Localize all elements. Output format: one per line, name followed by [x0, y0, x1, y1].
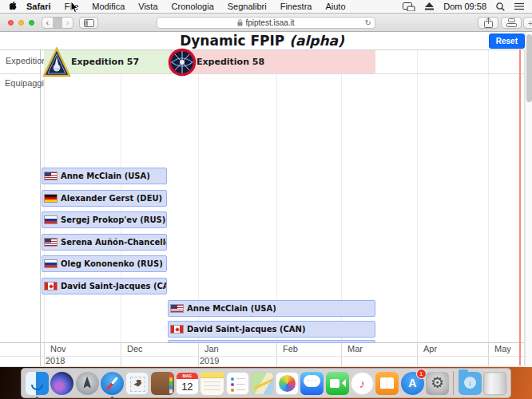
calendar-icon: MAG12 — [176, 372, 199, 395]
dock-icon-finder[interactable] — [26, 372, 49, 395]
menu-item-cronologia[interactable]: Cronologia — [172, 2, 214, 11]
dock-icon-appstore[interactable]: A1 — [401, 372, 424, 395]
close-window-button[interactable] — [8, 20, 14, 26]
crew-label: Anne McClain (USA) — [61, 172, 150, 180]
dock-icon-sysprefs[interactable]: ⚙ — [426, 372, 449, 395]
dock-icon-contacts[interactable] — [151, 372, 174, 395]
expedition-bar[interactable]: Expedition 58 — [169, 50, 375, 73]
menu-item-finestra[interactable]: Finestra — [280, 2, 312, 11]
axis-year-label: 2018 — [46, 356, 65, 365]
grid-vline — [44, 342, 45, 366]
dock-icon-siri[interactable] — [50, 372, 73, 395]
dock-icon-downloads[interactable] — [459, 372, 482, 395]
dock-icon-photos[interactable] — [276, 372, 299, 395]
dock-icon-maps[interactable] — [251, 372, 274, 395]
menu-item-segnalibri[interactable]: Segnalibri — [228, 2, 267, 11]
grid-vline — [488, 342, 489, 366]
dock-icon-reminders[interactable] — [226, 372, 249, 395]
reload-icon[interactable]: ↻ — [365, 18, 371, 27]
menu-clock[interactable]: Dom 09:58 — [443, 2, 486, 11]
dock-icon-trash[interactable] — [483, 372, 506, 395]
dock-icon-itunes[interactable]: ♪ — [351, 372, 374, 395]
spotlight-icon[interactable] — [496, 2, 505, 11]
url-text: fpiptest.isaa.it — [245, 18, 294, 27]
axis-month-label: Jan — [204, 344, 219, 354]
menu-item-vista[interactable]: Vista — [138, 2, 157, 11]
dock-separator — [453, 371, 454, 395]
crew-item[interactable]: Anne McClain (USA) — [42, 168, 167, 184]
grid-vline — [198, 49, 199, 342]
crew-item[interactable]: David Saint-Jacques (CAN) — [42, 278, 167, 294]
browser-viewport: Dynamic FPIP (alpha) Reset ExpeditionEqu… — [0, 32, 532, 367]
crew-item[interactable] — [168, 340, 375, 343]
dock-icon-calendar[interactable]: MAG12 — [176, 372, 199, 395]
scrollbar-thumb[interactable] — [526, 34, 532, 102]
grid-vline — [341, 49, 342, 342]
dock-icon-launchpad[interactable] — [76, 372, 99, 395]
crew-label: Oleg Kononenko (RUS) — [61, 259, 163, 268]
divider — [53, 18, 63, 28]
axis-month-label: May — [494, 344, 511, 354]
dock-icon-notes[interactable] — [200, 372, 224, 395]
crew-label: David Saint-Jacques (CAN) — [61, 282, 167, 290]
grid-vline — [276, 342, 277, 366]
de-flag-icon — [44, 194, 58, 203]
notification-center-icon[interactable] — [514, 2, 524, 10]
macos-menu-bar: SafariFileModificaVistaCronologiaSegnali… — [0, 0, 532, 14]
siri-icon — [50, 372, 73, 395]
share-button[interactable] — [478, 17, 498, 29]
menu-item-aiuto[interactable]: Aiuto — [325, 2, 345, 11]
crew-item[interactable]: Alexander Gerst (DEU) — [42, 190, 167, 207]
crew-label: Anne McClain (USA) — [187, 304, 276, 313]
grid-vline — [121, 342, 121, 366]
new-tab-button[interactable]: + — [523, 17, 532, 29]
sidebar-button[interactable] — [79, 17, 98, 29]
timeline-chart: ExpeditionEquipaggi Expedition 57 Expedi… — [0, 32, 524, 367]
photos-icon — [276, 372, 299, 395]
crew-item[interactable]: Oleg Kononenko (RUS) — [42, 255, 167, 272]
page-scrollbar[interactable] — [525, 32, 532, 367]
ru-flag-icon — [44, 259, 58, 268]
grid-vline — [40, 49, 41, 366]
dock-icon-messages[interactable] — [300, 372, 324, 395]
row-label-equipaggi: Equipaggi — [5, 78, 44, 88]
grid-hline — [0, 356, 524, 357]
address-bar[interactable]: fpiptest.isaa.it ↻ — [157, 17, 375, 29]
axis-month-label: Apr — [423, 344, 437, 354]
facetime-icon — [326, 372, 349, 395]
crew-label: David Saint-Jacques (CAN) — [187, 325, 306, 334]
dock-icon-safari[interactable] — [101, 372, 124, 395]
expedition-bar[interactable]: Expedition 57 — [44, 50, 169, 73]
downloads-icon — [459, 372, 482, 395]
mouse-cursor — [70, 1, 79, 14]
forward-button[interactable]: › — [62, 18, 73, 28]
lock-icon — [237, 19, 243, 26]
dock-icon-mail[interactable] — [125, 372, 149, 395]
screen: SafariFileModificaVistaCronologiaSegnali… — [0, 0, 532, 399]
apple-menu-icon[interactable] — [10, 2, 18, 12]
notification-badge: 1 — [416, 369, 427, 379]
menu-item-safari[interactable]: Safari — [26, 2, 51, 11]
display-mirroring-icon[interactable] — [403, 2, 415, 11]
crew-item[interactable]: Sergej Prokop'ev (RUS) — [42, 211, 167, 228]
crew-item[interactable]: Anne McClain (USA) — [168, 300, 375, 317]
us-flag-icon — [44, 238, 58, 247]
crew-item[interactable]: Serena Auñón-Chancellor (USA) — [42, 234, 167, 251]
expedition-57-patch — [42, 47, 71, 77]
zoom-window-button[interactable] — [29, 20, 34, 26]
contacts-icon — [151, 372, 174, 395]
mail-icon — [125, 372, 149, 395]
dock-icon-ibooks[interactable] — [375, 372, 399, 395]
axis-month-label: Dec — [127, 344, 143, 354]
crew-item[interactable]: David Saint-Jacques (CAN) — [168, 321, 375, 338]
expedition-58-patch — [168, 47, 197, 77]
tab-overview-button[interactable] — [501, 17, 522, 29]
crew-label: Alexander Gerst (DEU) — [61, 194, 162, 203]
eject-icon[interactable] — [425, 2, 434, 10]
reminders-icon — [226, 372, 249, 395]
menu-item-modifica[interactable]: Modifica — [92, 2, 125, 11]
back-button[interactable]: ‹ — [42, 18, 53, 28]
minimize-window-button[interactable] — [18, 20, 24, 26]
maps-icon — [251, 372, 274, 395]
dock-icon-facetime[interactable] — [326, 372, 349, 395]
